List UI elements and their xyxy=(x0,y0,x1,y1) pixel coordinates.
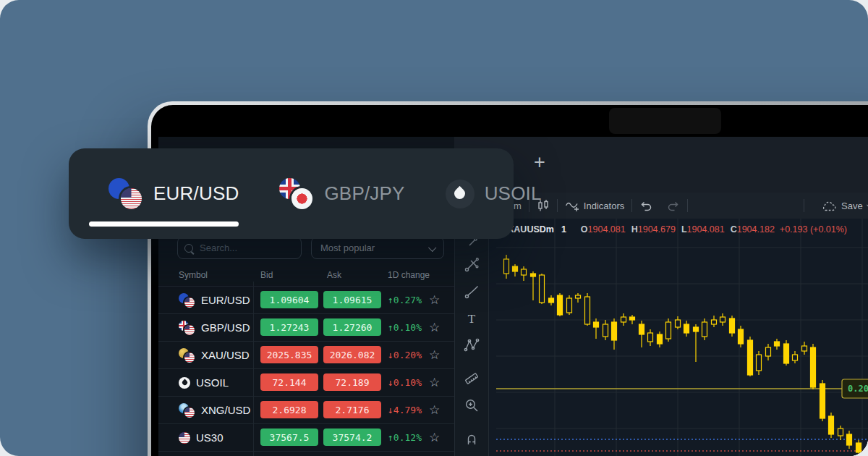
favorite-star-button[interactable]: ☆ xyxy=(429,369,440,396)
legend-change: +0.193 (+0.01%) xyxy=(780,224,847,235)
gb-us-symbol-icon xyxy=(179,321,195,335)
watchlist-header: Symbol Bid Ask 1D change xyxy=(158,270,454,284)
svg-text:T: T xyxy=(468,312,476,326)
gas-us-symbol-icon xyxy=(179,403,195,418)
brush-tool-button[interactable] xyxy=(464,284,480,300)
ask-price-button[interactable]: 1.09615 xyxy=(323,291,381,308)
watchlist-row[interactable]: XNG/USD2.69282.7176↓4.79%☆ xyxy=(158,396,454,423)
bid-price-button[interactable]: 72.144 xyxy=(260,373,318,391)
daily-change: ↑0.27% xyxy=(388,287,422,313)
cloud-save-icon xyxy=(821,200,837,212)
col-ask: Ask xyxy=(327,270,341,280)
candlesticks xyxy=(504,255,861,456)
search-icon xyxy=(184,244,193,253)
daily-change: ↓4.79% xyxy=(388,397,422,423)
bid-price-button[interactable]: 37567.5 xyxy=(260,428,318,446)
candlestick-chart-svg[interactable]: 0.20 xyxy=(496,219,868,456)
watchlist-row[interactable]: GBP/USD1.272431.27260↑0.10%☆ xyxy=(158,313,454,341)
search-input[interactable] xyxy=(198,242,281,254)
daily-change: ↓0.20% xyxy=(388,342,422,368)
symbol-cell: XNG/USD xyxy=(179,397,250,423)
oil-symbol-icon xyxy=(179,377,190,389)
ask-price-button[interactable]: 1.27260 xyxy=(323,318,381,336)
account-switcher[interactable]: REAL # 54996943 9,940.26 USD xyxy=(859,147,868,180)
instrument-switcher-card: EUR/USD GBP/JPY USOIL xyxy=(69,148,514,239)
magnet-tool-button[interactable] xyxy=(464,431,480,447)
favorite-star-button[interactable]: ☆ xyxy=(429,342,440,368)
tab-label: USOIL xyxy=(485,182,542,205)
camera-notch xyxy=(609,108,721,134)
bid-price-button[interactable]: 1.09604 xyxy=(260,291,318,308)
price-chart[interactable]: XAUUSDm1O1904.081H1904.679L1904.081C1904… xyxy=(489,219,868,456)
favorite-star-button[interactable]: ☆ xyxy=(429,287,440,313)
bid-price-button[interactable]: 2.6928 xyxy=(260,401,318,418)
watchlist-row[interactable] xyxy=(158,451,454,456)
text-tool-button[interactable]: T xyxy=(464,311,480,326)
tab-gbpjpy[interactable]: GBP/JPY xyxy=(279,178,404,210)
watchlist-row[interactable]: USOIL72.14472.189↓0.10%☆ xyxy=(158,368,454,396)
daily-change: ↑0.10% xyxy=(388,314,422,341)
watchlist-row[interactable]: XAU/USD2025.8352026.082↓0.20%☆ xyxy=(158,341,454,368)
symbol-cell: USOIL xyxy=(179,369,229,396)
drawing-tools-sidebar: T xyxy=(454,219,489,456)
svg-text:0.20: 0.20 xyxy=(848,384,868,394)
legend-symbol: XAUUSDm xyxy=(508,224,554,235)
zoom-in-tool-button[interactable] xyxy=(464,397,480,413)
col-1d-change: 1D change xyxy=(388,270,430,280)
symbol-cell: US30 xyxy=(179,424,224,451)
indicators-icon xyxy=(565,199,579,212)
symbol-cell xyxy=(179,452,196,456)
symbol-cell: GBP/USD xyxy=(179,314,250,341)
trendline-tool-button[interactable] xyxy=(464,257,480,273)
watchlist-row[interactable]: EUR/USD1.096041.09615↑0.27%☆ xyxy=(158,286,454,313)
watchlist-rows: EUR/USD1.096041.09615↑0.27%☆GBP/USD1.272… xyxy=(158,286,454,456)
favorite-star-button[interactable]: ☆ xyxy=(429,424,440,451)
promo-banner: Most popular Symbol Bid Ask 1D change EU… xyxy=(0,0,868,456)
bid-price-button[interactable]: 2025.835 xyxy=(260,346,318,363)
filter-value: Most popular xyxy=(320,242,375,253)
ohlc-legend: XAUUSDm1O1904.081H1904.679L1904.081C1904… xyxy=(508,224,847,235)
ask-price-button[interactable]: 72.189 xyxy=(323,373,381,391)
tab-eurusd[interactable]: EUR/USD xyxy=(109,178,239,210)
ruler-tool-button[interactable] xyxy=(464,371,480,387)
daily-change: ↑0.12% xyxy=(388,424,422,451)
symbol-cell: XAU/USD xyxy=(179,342,250,368)
legend-timeframe: 1 xyxy=(561,224,566,235)
redo-icon xyxy=(667,200,680,211)
eu-us-symbol-icon xyxy=(179,293,195,308)
col-symbol: Symbol xyxy=(179,270,208,280)
save-button[interactable]: Save xyxy=(814,200,868,212)
indicators-button[interactable]: Indicators xyxy=(558,199,631,212)
add-tab-button[interactable]: + xyxy=(534,153,545,172)
xabcd-pattern-tool-button[interactable] xyxy=(464,337,480,353)
ask-price-button[interactable]: 2026.082 xyxy=(323,346,381,363)
chevron-down-icon xyxy=(428,243,436,251)
account-balance: 9,940.26 USD xyxy=(859,160,868,180)
undo-icon xyxy=(639,200,652,211)
ask-price-button[interactable]: 2.7176 xyxy=(323,401,381,418)
gbp-jpy-flags-icon xyxy=(279,178,314,210)
search-field[interactable] xyxy=(177,237,302,259)
bid-price-button[interactable]: 1.27243 xyxy=(260,318,318,336)
watchlist-row[interactable]: US3037567.537574.2↑0.12%☆ xyxy=(158,423,454,451)
tab-usoil[interactable]: USOIL xyxy=(446,180,542,208)
undo-button[interactable] xyxy=(632,200,660,211)
eur-usd-flags-icon xyxy=(109,178,143,210)
us-symbol-icon xyxy=(179,432,190,444)
daily-change: ↓0.10% xyxy=(388,369,422,396)
favorite-star-button[interactable]: ☆ xyxy=(429,314,440,341)
filter-dropdown[interactable]: Most popular xyxy=(311,237,444,259)
price-alert-label: 0.20 xyxy=(842,379,868,398)
oil-drop-icon xyxy=(446,180,475,208)
redo-button[interactable] xyxy=(660,200,687,211)
tab-label: EUR/USD xyxy=(153,182,239,205)
symbol-cell: EUR/USD xyxy=(179,287,250,313)
col-bid: Bid xyxy=(260,270,273,280)
ask-price-button[interactable]: 37574.2 xyxy=(323,428,381,446)
favorite-star-button[interactable]: ☆ xyxy=(429,397,440,423)
tab-label: GBP/JPY xyxy=(324,182,404,205)
active-tab-underline xyxy=(89,221,239,227)
gold-us-symbol-icon xyxy=(179,348,195,363)
